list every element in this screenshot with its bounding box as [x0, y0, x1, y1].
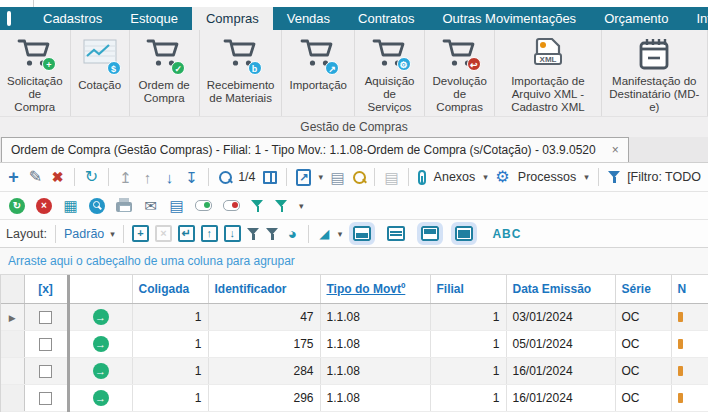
menu-item-orcamento[interactable]: Orçamento	[590, 7, 682, 30]
open-record-cell[interactable]: →	[68, 330, 132, 357]
open-record-cell[interactable]: →	[68, 384, 132, 411]
column-header-data-emissao[interactable]: Data Emissão	[506, 275, 615, 303]
tab-close-icon[interactable]: ×	[612, 143, 619, 157]
table-row[interactable]: →12841.1.08116/01/2024OC	[1, 357, 708, 384]
filter-options-caret-icon[interactable]: ▾	[299, 201, 304, 211]
menu-item-estoque[interactable]: Estoque	[116, 7, 192, 30]
filter-funnel-icon[interactable]	[608, 170, 619, 184]
checkbox-cell[interactable]	[24, 330, 68, 357]
column-header-tipo-do-movt[interactable]: Tipo do Movtº	[320, 275, 430, 303]
marker-off-toggle-icon[interactable]	[223, 200, 240, 211]
table-row[interactable]: ▶→1471.1.08103/01/2024OC	[1, 303, 708, 330]
ribbon-item-recebimento-de-materiais[interactable]: bRecebimento de Materiais	[200, 30, 283, 116]
row-checkbox[interactable]	[39, 392, 52, 405]
calendar-icon[interactable]: ▦	[63, 198, 78, 213]
column-header-coligada[interactable]: Coligada	[132, 275, 208, 303]
refresh-icon[interactable]: ↻	[84, 169, 99, 185]
checkbox-cell[interactable]	[24, 384, 68, 411]
chart-view-icon[interactable]: ◢	[317, 227, 332, 240]
export-icon[interactable]: ↗	[296, 169, 311, 186]
reload-layout-icon[interactable]: ↵	[178, 225, 195, 242]
filter-apply-icon[interactable]	[251, 199, 264, 213]
anexos-label[interactable]: Anexos	[434, 170, 476, 184]
layout-funnel-arrow-icon[interactable]	[266, 227, 279, 241]
layout-preset-dropdown[interactable]: Padrão	[64, 227, 104, 241]
view-top-panel-icon[interactable]	[421, 226, 439, 241]
open-record-arrow-icon[interactable]: →	[93, 336, 109, 352]
row-selector-cell[interactable]	[1, 384, 24, 411]
table-row[interactable]: →11751.1.08105/01/2024OC	[1, 330, 708, 357]
attachments-paperclip-icon[interactable]	[418, 170, 426, 185]
sphere-icon[interactable]: ◕	[285, 226, 300, 241]
refresh-all-icon[interactable]: ↻	[9, 198, 25, 214]
ribbon-item-cotacao[interactable]: $Cotação	[71, 30, 130, 116]
column-header-x[interactable]: [x]	[24, 275, 68, 303]
add-icon[interactable]: +	[6, 168, 21, 186]
layout-funnel-icon[interactable]	[247, 227, 260, 241]
ribbon-item-solicitacao-de-compra[interactable]: +Solicitação de Compra	[0, 30, 71, 116]
processos-label[interactable]: Processos	[518, 170, 576, 184]
row-selector-cell[interactable]: ▶	[1, 303, 24, 330]
filter-options-icon[interactable]	[275, 199, 288, 213]
mail-icon[interactable]: ✉	[143, 198, 158, 213]
import-layout-icon[interactable]: ↓	[224, 225, 241, 242]
row-checkbox[interactable]	[39, 365, 52, 378]
chart-view-caret-icon[interactable]: ▾	[338, 229, 343, 239]
export-layout-icon[interactable]: ↑	[201, 225, 218, 242]
open-record-cell[interactable]: →	[68, 357, 132, 384]
table-row[interactable]: →12961.1.08116/01/2024OC	[1, 384, 708, 411]
zoom-record-icon[interactable]	[89, 198, 105, 214]
column-header-n[interactable]: N	[671, 275, 708, 303]
report-icon[interactable]: ▤	[330, 170, 345, 185]
menu-item-integracoes[interactable]: Integrações	[682, 7, 708, 30]
search-icon[interactable]	[218, 170, 231, 185]
row-selector-cell[interactable]	[1, 357, 24, 384]
document-tab[interactable]: Ordem de Compra (Gestão Compras) - Filia…	[1, 137, 629, 162]
add-layout-icon[interactable]: +	[132, 225, 149, 242]
document-icon[interactable]: ▤	[169, 198, 184, 213]
view-stacked-panel-icon[interactable]	[455, 226, 473, 241]
group-by-bar[interactable]: Arraste aqui o cabeçalho de uma coluna p…	[0, 248, 708, 275]
open-record-arrow-icon[interactable]: →	[93, 390, 109, 406]
edit-pencil-icon[interactable]: ✎	[28, 169, 43, 185]
marker-on-toggle-icon[interactable]	[195, 200, 212, 211]
delete-icon[interactable]: ✖	[50, 170, 65, 184]
column-header-filial[interactable]: Filial	[430, 275, 506, 303]
menu-item-vendas[interactable]: Vendas	[273, 7, 344, 30]
ribbon-item-manifestacao-do-destinatario-md-e[interactable]: Manifestação do Destinatário (MD-e)	[602, 30, 708, 116]
cancel-icon[interactable]: ×	[36, 198, 52, 214]
sql-search-icon[interactable]	[352, 170, 365, 185]
previous-record-icon[interactable]: ↑	[140, 170, 155, 185]
view-split-panel-icon[interactable]	[387, 226, 405, 241]
ribbon-item-ordem-de-compra[interactable]: ✓Ordem de Compra	[130, 30, 200, 116]
column-header-identificador[interactable]: Identificador	[208, 275, 320, 303]
menu-item-cadastros[interactable]: Cadastros	[29, 7, 116, 30]
filter-label[interactable]: [Filtro: TODO	[627, 170, 701, 184]
ribbon-item-importacao[interactable]: ↗Importação	[282, 30, 355, 116]
first-record-icon[interactable]: ↥	[118, 170, 133, 185]
processes-gear-icon[interactable]: ⚙	[495, 169, 510, 185]
abc-spellcheck-icon[interactable]: ABC	[492, 227, 521, 241]
processos-caret-icon[interactable]: ▾	[584, 172, 589, 182]
row-checkbox[interactable]	[39, 311, 52, 324]
menu-item-outras-movimentacoes[interactable]: Outras Movimentações	[428, 7, 590, 30]
next-record-icon[interactable]: ↓	[162, 170, 177, 185]
open-record-arrow-icon[interactable]: →	[93, 309, 109, 325]
column-header-serie[interactable]: Série	[615, 275, 671, 303]
view-bottom-panel-icon[interactable]	[353, 226, 371, 241]
menu-item-compras[interactable]: Compras	[192, 7, 273, 30]
printer-icon[interactable]	[116, 202, 132, 212]
open-record-cell[interactable]: →	[68, 303, 132, 330]
checkbox-cell[interactable]	[24, 303, 68, 330]
anexos-caret-icon[interactable]: ▾	[483, 172, 488, 182]
menu-item-contratos[interactable]: Contratos	[344, 7, 428, 30]
columns-icon[interactable]	[263, 171, 278, 184]
ribbon-item-aquisicao-de-servicos[interactable]: ⚙Aquisição de Serviços	[355, 30, 425, 116]
row-selector-cell[interactable]	[1, 330, 24, 357]
last-record-icon[interactable]: ↧	[184, 170, 199, 185]
open-record-arrow-icon[interactable]: →	[93, 363, 109, 379]
layout-preset-caret-icon[interactable]: ▾	[110, 229, 115, 239]
ribbon-item-devolucao-de-compras[interactable]: ↩Devolução de Compras	[425, 30, 495, 116]
checkbox-cell[interactable]	[24, 357, 68, 384]
ribbon-item-importacao-de-arquivo-xml-cadastro-xml[interactable]: XMLImportação de Arquivo XML - Cadastro …	[495, 30, 601, 116]
